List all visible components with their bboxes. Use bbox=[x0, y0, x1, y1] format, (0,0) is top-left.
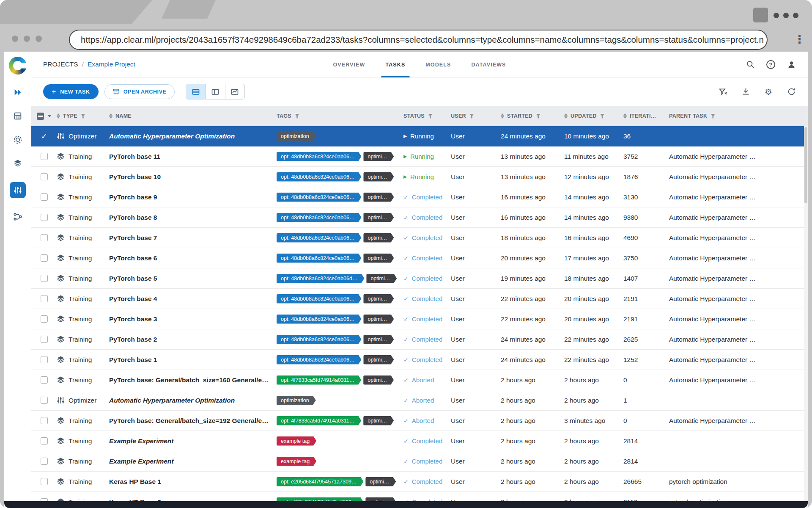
status-badge: ✓Completed bbox=[403, 458, 451, 465]
column-label: STARTED bbox=[507, 113, 532, 119]
table-row[interactable]: TrainingPyTorch base 11opt: 48db0b8a6c82… bbox=[31, 146, 808, 167]
row-checkbox[interactable] bbox=[41, 295, 48, 302]
detail-view-button[interactable] bbox=[206, 84, 225, 99]
tags-cell: optimization bbox=[277, 396, 403, 405]
filter-funnel-icon[interactable] bbox=[710, 114, 715, 119]
row-checkbox[interactable] bbox=[41, 173, 48, 180]
row-checkbox[interactable] bbox=[41, 193, 48, 201]
new-task-button[interactable]: + NEW TASK bbox=[43, 84, 99, 99]
breadcrumb-projects[interactable]: PROJECTS bbox=[43, 61, 78, 68]
tab-dataviews[interactable]: DATAVIEWS bbox=[461, 52, 516, 77]
table-row[interactable]: TrainingKeras HP Base 1opt: e205d684f795… bbox=[31, 472, 808, 492]
row-checkbox[interactable] bbox=[41, 275, 48, 282]
column-header-user[interactable]: USER bbox=[451, 113, 501, 119]
column-header-started[interactable]: STARTED bbox=[501, 113, 564, 119]
updated-cell: 22 minutes ago bbox=[564, 336, 623, 343]
filter-funnel-icon[interactable] bbox=[600, 114, 605, 119]
datasets-icon[interactable] bbox=[13, 135, 23, 145]
table-row[interactable]: TrainingPyTorch base 5opt: 48db0b8a6c824… bbox=[31, 268, 808, 289]
parent-task-cell: Automatic Hyperparameter … bbox=[669, 193, 808, 201]
table-row[interactable]: TrainingPyTorch base 7opt: 48db0b8a6c824… bbox=[31, 228, 808, 248]
filter-funnel-icon[interactable] bbox=[428, 114, 433, 119]
column-label: PARENT TASK bbox=[669, 113, 707, 119]
user-avatar-icon[interactable] bbox=[787, 60, 796, 69]
compare-view-button[interactable] bbox=[225, 84, 244, 99]
row-checkbox[interactable] bbox=[41, 153, 48, 160]
dashboard-icon[interactable] bbox=[13, 87, 23, 97]
table-row[interactable]: TrainingPyTorch base 2opt: 48db0b8a6c824… bbox=[31, 329, 808, 350]
column-header-tags[interactable]: TAGS bbox=[277, 113, 403, 119]
column-header-status[interactable]: STATUS bbox=[403, 113, 451, 119]
row-checkbox[interactable] bbox=[41, 315, 48, 323]
filter-funnel-icon[interactable] bbox=[536, 114, 540, 119]
row-checkbox[interactable] bbox=[41, 397, 48, 404]
row-checkbox[interactable] bbox=[41, 214, 48, 221]
url-bar[interactable]: https://app.clear.ml/projects/2043a1657f… bbox=[69, 30, 768, 50]
row-checkbox[interactable] bbox=[41, 478, 48, 485]
row-checkbox-checked[interactable]: ✓ bbox=[41, 132, 47, 141]
auto-refresh-icon[interactable] bbox=[787, 87, 796, 97]
clearml-logo[interactable] bbox=[9, 57, 27, 75]
filter-funnel-icon[interactable] bbox=[81, 114, 85, 119]
table-row[interactable]: TrainingPyTorch base 9opt: 48db0b8a6c824… bbox=[31, 187, 808, 207]
row-checkbox[interactable] bbox=[41, 458, 48, 465]
search-icon[interactable] bbox=[746, 60, 755, 69]
filter-funnel-icon[interactable] bbox=[469, 114, 474, 119]
row-checkbox[interactable] bbox=[41, 336, 48, 343]
table-row[interactable]: TrainingPyTorch base 3opt: 48db0b8a6c824… bbox=[31, 309, 808, 329]
open-archive-button[interactable]: OPEN ARCHIVE bbox=[104, 84, 175, 99]
pipelines-icon[interactable] bbox=[13, 212, 23, 222]
table-row[interactable]: TrainingExample Experimentexample tag✓Co… bbox=[31, 451, 808, 472]
column-header-iterations[interactable]: ITERATI… bbox=[623, 113, 669, 119]
row-checkbox[interactable] bbox=[41, 417, 48, 424]
breadcrumb-current-project[interactable]: Example Project bbox=[88, 61, 135, 68]
table-row[interactable]: TrainingPyTorch base: General/batch_size… bbox=[31, 370, 808, 390]
select-all-header[interactable] bbox=[31, 113, 57, 120]
help-icon[interactable]: ? bbox=[766, 60, 775, 69]
tags-cell: example tag bbox=[277, 436, 403, 446]
column-header-parent[interactable]: PARENT TASK bbox=[669, 113, 808, 119]
user-cell: User bbox=[451, 275, 501, 282]
select-dropdown-caret-icon[interactable] bbox=[47, 115, 52, 117]
table-row[interactable]: OptimizerAutomatic Hyperparameter Optimi… bbox=[31, 390, 808, 411]
user-cell: User bbox=[451, 173, 501, 181]
task-name: Example Experiment bbox=[109, 437, 277, 445]
window-menu-dots[interactable] bbox=[774, 13, 798, 18]
row-checkbox[interactable] bbox=[41, 356, 48, 363]
row-checkbox[interactable] bbox=[41, 254, 48, 262]
row-checkbox[interactable] bbox=[41, 437, 48, 444]
table-view-button[interactable] bbox=[186, 84, 206, 99]
column-header-name[interactable]: NAME bbox=[109, 113, 277, 119]
browser-menu-icon[interactable]: ⋮ bbox=[794, 34, 805, 45]
projects-icon[interactable] bbox=[13, 111, 23, 121]
row-checkbox[interactable] bbox=[41, 376, 48, 384]
table-row[interactable]: ✓OptimizerAutomatic Hyperparameter Optim… bbox=[31, 126, 808, 146]
row-checkbox[interactable] bbox=[41, 234, 48, 241]
filter-funnel-icon[interactable] bbox=[295, 114, 299, 119]
tab-models[interactable]: MODELS bbox=[415, 52, 461, 77]
tab-overview[interactable]: OVERVIEW bbox=[323, 52, 375, 77]
clear-filters-icon[interactable] bbox=[718, 87, 727, 97]
settings-gear-icon[interactable]: ⚙ bbox=[764, 87, 773, 97]
models-icon[interactable] bbox=[13, 158, 23, 168]
table-row[interactable]: TrainingPyTorch base: General/batch_size… bbox=[31, 411, 808, 431]
vertical-scrollbar[interactable] bbox=[804, 126, 808, 508]
table-row[interactable]: TrainingPyTorch base 4opt: 48db0b8a6c824… bbox=[31, 289, 808, 309]
column-header-type[interactable]: TYPE bbox=[57, 113, 109, 119]
table-row[interactable]: TrainingPyTorch base 8opt: 48db0b8a6c824… bbox=[31, 207, 808, 228]
table-row[interactable]: TrainingExample Experimentexample tag✓Co… bbox=[31, 431, 808, 451]
started-cell: 2 hours ago bbox=[501, 478, 564, 486]
table-row[interactable]: TrainingPyTorch base 10opt: 48db0b8a6c82… bbox=[31, 167, 808, 187]
scrollbar-thumb[interactable] bbox=[804, 127, 807, 203]
tab-tasks[interactable]: TASKS bbox=[375, 52, 415, 77]
select-all-checkbox[interactable] bbox=[37, 113, 44, 120]
download-icon[interactable] bbox=[741, 87, 750, 97]
window-button[interactable] bbox=[753, 8, 768, 22]
iterations-cell: 36 bbox=[623, 133, 669, 140]
column-header-updated[interactable]: UPDATED bbox=[564, 113, 623, 119]
table-row[interactable]: TrainingPyTorch base 1opt: 48db0b8a6c824… bbox=[31, 350, 808, 370]
plus-icon: + bbox=[52, 88, 56, 96]
experiments-icon[interactable] bbox=[10, 182, 26, 198]
open-archive-label: OPEN ARCHIVE bbox=[123, 89, 167, 95]
table-row[interactable]: TrainingPyTorch base 6opt: 48db0b8a6c824… bbox=[31, 248, 808, 268]
